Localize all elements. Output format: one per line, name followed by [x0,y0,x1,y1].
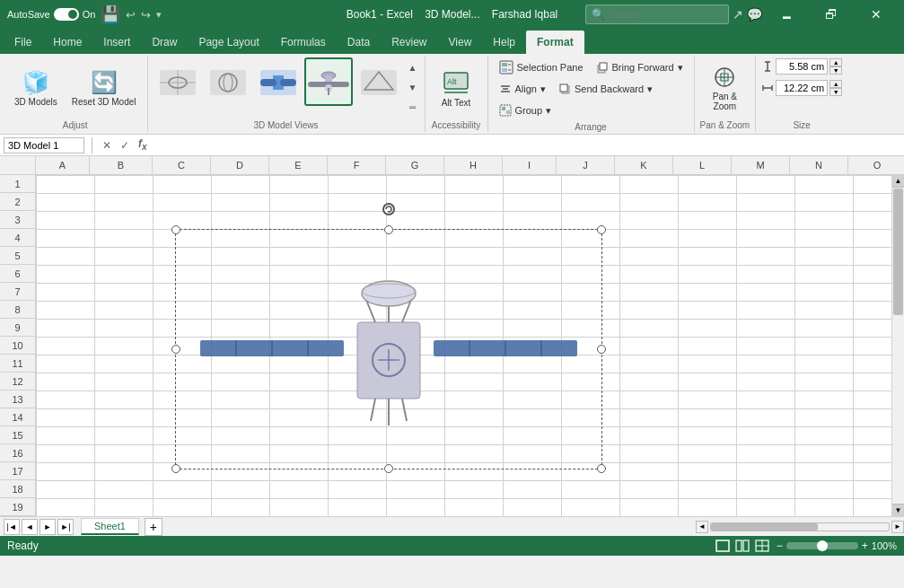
row-num-13[interactable]: 13 [0,391,36,408]
h-scroll-right[interactable]: ► [891,521,904,533]
reset-3d-model-button[interactable]: 🔄 Reset 3D Model [66,61,142,115]
col-header-N[interactable]: N [790,156,848,174]
tab-insert[interactable]: Insert [92,31,141,54]
normal-view-icon[interactable] [714,539,732,553]
vertical-scrollbar[interactable]: ▲ ▼ [891,175,904,516]
confirm-formula-icon[interactable]: ✓ [118,139,132,152]
view-btn-1[interactable] [154,57,202,106]
row-num-1[interactable]: 1 [0,175,36,193]
col-header-L[interactable]: L [673,156,732,174]
row-num-7[interactable]: 7 [0,283,36,301]
zoom-out-icon[interactable]: − [777,540,783,552]
height-input[interactable] [776,58,828,75]
3d-models-button[interactable]: 🧊 3D Models [9,61,63,115]
handle-top-left[interactable] [171,225,180,234]
row-num-14[interactable]: 14 [0,408,36,426]
redo-icon[interactable]: ↪ [141,8,151,22]
h-scrollbar[interactable]: ◄ ► [696,520,904,534]
comments-icon[interactable]: 💬 [747,7,762,22]
alt-text-button[interactable]: Alt Alt Text [431,61,481,115]
sheet-nav-last[interactable]: ►| [57,519,74,535]
handle-right-center[interactable] [597,345,606,354]
row-num-5[interactable]: 5 [0,247,36,265]
tab-draw[interactable]: Draw [141,31,188,54]
width-spin-up[interactable]: ▲ [829,80,842,88]
scroll-up-button[interactable]: ▲ [892,175,904,188]
handle-top-center[interactable] [384,225,393,234]
col-header-J[interactable]: J [557,156,615,174]
view-btn-5[interactable] [355,57,403,106]
search-bar[interactable]: 🔍 [585,4,729,24]
col-header-C[interactable]: C [153,156,211,174]
row-num-8[interactable]: 8 [0,301,36,319]
height-spin-up[interactable]: ▲ [829,58,842,66]
views-scroll-down[interactable]: ▼ [407,79,419,95]
scrollbar-track[interactable] [892,188,904,504]
width-input[interactable] [776,80,828,96]
bring-forward-button[interactable]: Bring Forward▾ [591,57,689,77]
tab-formulas[interactable]: Formulas [270,31,337,54]
pan-zoom-button[interactable]: + Pan &Zoom [701,61,748,115]
cancel-formula-icon[interactable]: ✕ [100,139,114,152]
h-scroll-thumb[interactable] [711,523,818,531]
row-num-9[interactable]: 9 [0,319,36,337]
send-backward-button[interactable]: Send Backward▾ [553,79,658,99]
row-num-11[interactable]: 11 [0,355,36,373]
row-num-10[interactable]: 10 [0,337,36,355]
name-box[interactable] [4,137,84,154]
tab-home[interactable]: Home [42,31,92,54]
share-icon[interactable]: ↗ [733,7,743,22]
row-num-12[interactable]: 12 [0,373,36,391]
row-num-19[interactable]: 19 [0,498,36,516]
zoom-level[interactable]: 100% [872,540,897,551]
tab-page-layout[interactable]: Page Layout [188,31,269,54]
tab-data[interactable]: Data [337,31,381,54]
tab-file[interactable]: File [4,31,42,54]
quick-access-more[interactable]: ▾ [156,9,162,21]
row-num-6[interactable]: 6 [0,265,36,283]
handle-bottom-center[interactable] [384,464,393,473]
insert-function-icon[interactable]: fx [136,137,150,152]
group-button[interactable]: Group▾ [494,101,557,120]
col-header-G[interactable]: G [386,156,444,174]
tab-format[interactable]: Format [526,31,584,54]
close-button[interactable]: ✕ [856,0,897,29]
page-layout-view-icon[interactable] [733,539,751,553]
col-header-E[interactable]: E [269,156,328,174]
save-icon[interactable]: 💾 [101,4,120,24]
minimize-button[interactable]: 🗕 [766,0,807,29]
sheet-nav-next[interactable]: ► [39,519,56,535]
handle-bottom-left[interactable] [171,464,180,473]
scroll-down-button[interactable]: ▼ [892,504,904,516]
page-break-view-icon[interactable] [753,539,771,553]
h-scroll-left[interactable]: ◄ [696,521,708,533]
height-spin-down[interactable]: ▼ [829,66,842,75]
row-num-4[interactable]: 4 [0,229,36,247]
row-num-3[interactable]: 3 [0,211,36,229]
autosave-toggle[interactable] [54,8,79,21]
col-header-I[interactable]: I [503,156,557,174]
tab-help[interactable]: Help [482,31,526,54]
autosave-control[interactable]: AutoSave On [7,8,95,21]
view-btn-2[interactable] [204,57,252,106]
row-num-16[interactable]: 16 [0,444,36,462]
formula-input[interactable] [154,137,900,154]
align-button[interactable]: Align▾ [494,79,551,99]
width-spin-down[interactable]: ▼ [829,88,842,96]
col-header-D[interactable]: D [211,156,269,174]
col-header-F[interactable]: F [328,156,386,174]
selection-pane-button[interactable]: Selection Pane [494,58,589,76]
search-input[interactable] [609,9,723,20]
col-header-H[interactable]: H [444,156,503,174]
col-header-M[interactable]: M [732,156,790,174]
row-num-17[interactable]: 17 [0,462,36,480]
row-num-18[interactable]: 18 [0,480,36,498]
restore-button[interactable]: 🗗 [811,0,852,29]
rotate-handle[interactable] [382,203,395,215]
undo-icon[interactable]: ↩ [126,8,136,22]
sheet-nav-first[interactable]: |◄ [4,519,20,535]
col-header-K[interactable]: K [615,156,673,174]
view-btn-4[interactable] [304,57,353,106]
handle-bottom-right[interactable] [597,464,606,473]
tab-view[interactable]: View [438,31,483,54]
